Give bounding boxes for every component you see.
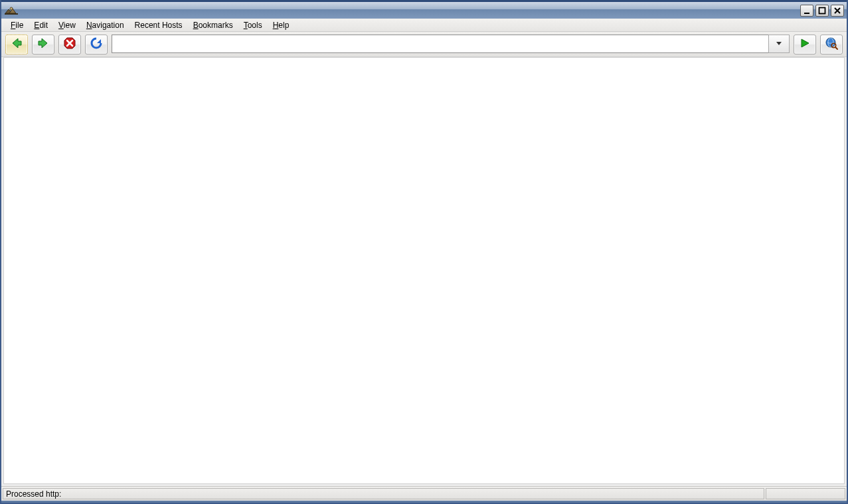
menu-tools[interactable]: Tools	[238, 19, 268, 31]
menu-view[interactable]: View	[53, 19, 81, 31]
forward-arrow-icon	[36, 36, 50, 52]
back-arrow-icon	[9, 36, 24, 52]
svg-point-0	[10, 7, 13, 10]
address-bar	[112, 35, 790, 54]
status-message: Processed http:	[3, 488, 764, 499]
status-progress-box	[766, 488, 845, 499]
stop-icon	[62, 36, 77, 52]
address-input[interactable]	[112, 35, 768, 53]
forward-button[interactable]	[32, 35, 54, 54]
svg-rect-1	[804, 13, 809, 14]
close-button[interactable]	[831, 5, 844, 17]
app-icon	[4, 5, 19, 17]
refresh-button[interactable]	[85, 35, 108, 54]
stop-button[interactable]	[58, 35, 81, 54]
minimize-button[interactable]	[800, 5, 813, 17]
content-area	[3, 57, 845, 484]
menu-navigation[interactable]: Navigation	[81, 19, 129, 31]
maximize-button[interactable]	[815, 5, 829, 17]
menu-bar: FileEditViewNavigationRecent HostsBookma…	[1, 19, 847, 32]
menu-bookmarks[interactable]: Bookmarks	[188, 19, 238, 31]
go-button[interactable]	[794, 35, 816, 54]
menu-edit[interactable]: Edit	[29, 19, 53, 31]
back-button[interactable]	[5, 35, 28, 54]
address-history-dropdown[interactable]	[768, 35, 790, 53]
window-resize-edge[interactable]	[1, 501, 847, 503]
menu-file[interactable]: File	[5, 19, 29, 31]
search-button[interactable]	[820, 35, 843, 54]
menu-help[interactable]: Help	[268, 19, 295, 31]
toolbar	[1, 32, 847, 57]
title-bar	[1, 0, 847, 19]
chevron-down-icon	[776, 39, 782, 48]
refresh-icon	[89, 36, 104, 52]
window-controls	[800, 5, 844, 17]
search-globe-icon	[824, 36, 839, 52]
go-icon	[799, 37, 811, 51]
svg-rect-2	[819, 7, 825, 13]
status-bar: Processed http:	[1, 486, 847, 501]
menu-recent-hosts[interactable]: Recent Hosts	[129, 19, 188, 31]
